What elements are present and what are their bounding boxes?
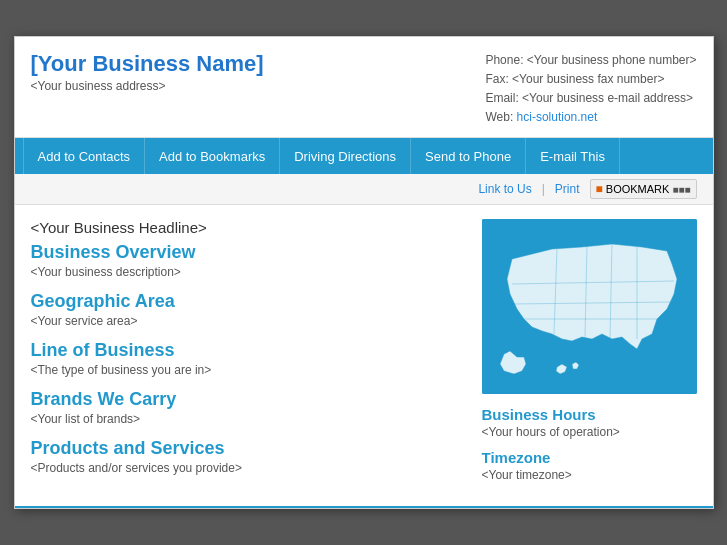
bookmark-icons: ■■■ [672,184,690,195]
nav-bar: Add to Contacts Add to Bookmarks Driving… [15,138,713,174]
nav-driving-directions[interactable]: Driving Directions [280,138,411,174]
content-left: <Your Business Headline> Business Overvi… [31,219,468,492]
section-desc-2: <The type of business you are in> [31,363,468,377]
right-section-title-0: Business Hours [482,406,697,423]
main-content: <Your Business Headline> Business Overvi… [15,205,713,506]
web-link[interactable]: hci-solution.net [517,110,598,124]
section-desc-4: <Products and/or services you provide> [31,461,468,475]
section-title-1: Geographic Area [31,291,468,312]
business-name: [Your Business Name] [31,51,264,77]
section-title-3: Brands We Carry [31,389,468,410]
nav-add-contacts[interactable]: Add to Contacts [23,138,146,174]
nav-send-to-phone[interactable]: Send to Phone [411,138,526,174]
phone-label: Phone: <Your business phone number> [485,51,696,70]
nav-add-bookmarks[interactable]: Add to Bookmarks [145,138,280,174]
header: [Your Business Name] <Your business addr… [15,37,713,139]
header-left: [Your Business Name] <Your business addr… [31,51,264,128]
business-address: <Your business address> [31,79,264,93]
header-right: Phone: <Your business phone number> Fax:… [485,51,696,128]
usa-map [482,219,697,394]
right-section-title-1: Timezone [482,449,697,466]
right-section-desc-0: <Your hours of operation> [482,425,697,439]
link-to-us-button[interactable]: Link to Us [478,182,531,196]
bookmark-label: BOOKMARK [606,183,670,195]
section-desc-0: <Your business description> [31,265,468,279]
section-desc-3: <Your list of brands> [31,412,468,426]
section-title-4: Products and Services [31,438,468,459]
toolbar: Link to Us | Print ■ BOOKMARK ■■■ [15,174,713,205]
bookmark-button[interactable]: ■ BOOKMARK ■■■ [590,179,697,199]
fax-label: Fax: <Your business fax number> [485,70,696,89]
right-section-desc-1: <Your timezone> [482,468,697,482]
bottom-border [15,506,713,508]
section-desc-1: <Your service area> [31,314,468,328]
toolbar-separator: | [542,182,545,196]
bookmark-icon: ■ [596,182,603,196]
content-right: Business Hours <Your hours of operation>… [482,219,697,492]
business-headline: <Your Business Headline> [31,219,468,236]
email-label: Email: <Your business e-mail address> [485,89,696,108]
section-title-0: Business Overview [31,242,468,263]
page-wrapper: [Your Business Name] <Your business addr… [14,36,714,510]
print-button[interactable]: Print [555,182,580,196]
section-title-2: Line of Business [31,340,468,361]
web-label: Web: hci-solution.net [485,108,696,127]
nav-email-this[interactable]: E-mail This [526,138,620,174]
map-container [482,219,697,394]
